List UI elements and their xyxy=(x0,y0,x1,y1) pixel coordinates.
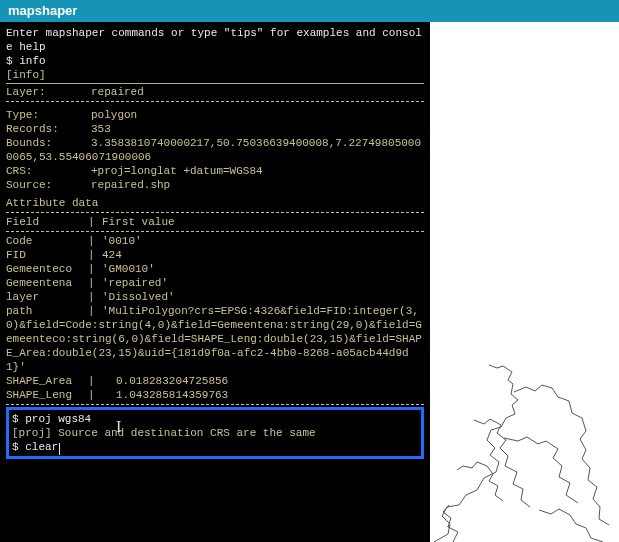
app-header: mapshaper xyxy=(0,0,619,22)
console-panel[interactable]: Enter mapshaper commands or type "tips" … xyxy=(0,22,430,542)
meta-crs: CRS:+proj=longlat +datum=WGS84 xyxy=(6,164,424,178)
map-outline xyxy=(419,360,619,542)
command-highlight-box: $ proj wgs84 [proj] Source and destinati… xyxy=(6,407,424,459)
table-row: Gemeenteco|'GM0010' xyxy=(6,262,424,276)
prompt-symbol: $ xyxy=(12,441,25,453)
console-proj-msg: [proj] Source and destination CRS are th… xyxy=(12,426,418,440)
layer-label: Layer: xyxy=(6,85,91,99)
divider-dash-attr-bot xyxy=(6,404,424,405)
table-row: SHAPE_Area|0.018283204725856 xyxy=(6,374,424,388)
attr-header-row: Field | First value xyxy=(6,215,424,229)
table-row-path: path|'MultiPolygon?crs=EPSG:4326&field=F… xyxy=(6,304,424,374)
app-title: mapshaper xyxy=(8,3,77,18)
table-row: FID|424 xyxy=(6,248,424,262)
layer-value: repaired xyxy=(91,85,144,99)
table-row: SHAPE_Leng|1.043285814359763 xyxy=(6,388,424,402)
divider-dash-attr-mid xyxy=(6,231,424,232)
meta-records: Records:353 xyxy=(6,122,424,136)
table-row: layer|'Dissolved' xyxy=(6,290,424,304)
table-row: Code|'0010' xyxy=(6,234,424,248)
attr-heading: Attribute data xyxy=(6,196,424,210)
text-cursor xyxy=(59,443,60,455)
table-row: Gemeentena|'repaired' xyxy=(6,276,424,290)
divider-dash-layer xyxy=(6,101,424,102)
workspace: Enter mapshaper commands or type "tips" … xyxy=(0,22,619,542)
meta-source: Source:repaired.shp xyxy=(6,178,424,192)
console-help-line: Enter mapshaper commands or type "tips" … xyxy=(6,26,424,54)
console-input-text: clear xyxy=(25,441,58,453)
attr-table-tail: SHAPE_Area|0.018283204725856 SHAPE_Leng|… xyxy=(6,374,424,402)
meta-bounds: Bounds:3.3583810740000217,50.75036639400… xyxy=(6,136,424,164)
console-cmd-info: $ info xyxy=(6,54,424,68)
layer-row: Layer: repaired xyxy=(6,85,424,99)
console-tag-info: [info] xyxy=(6,68,424,82)
console-cmd-proj: $ proj wgs84 xyxy=(12,412,418,426)
attr-table: Code|'0010' FID|424 Gemeenteco|'GM0010' … xyxy=(6,234,424,304)
attr-header-first: First value xyxy=(102,215,424,229)
divider-eq-top xyxy=(6,83,424,84)
divider-dash-attr-top xyxy=(6,212,424,213)
console-cmd-clear[interactable]: $ clear xyxy=(12,440,418,454)
attr-header-field: Field xyxy=(6,215,88,229)
meta-type: Type:polygon xyxy=(6,108,424,122)
